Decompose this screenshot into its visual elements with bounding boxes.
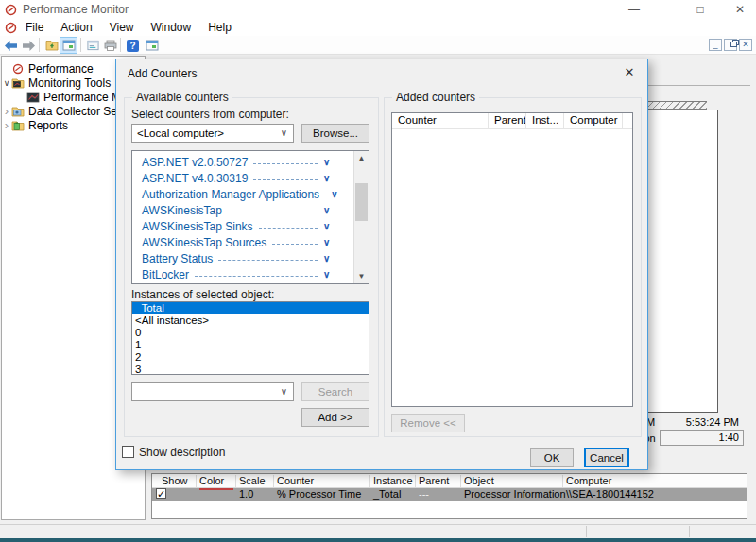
col-show[interactable]: Show bbox=[162, 475, 188, 486]
title-bar: Performance Monitor — □ ✕ bbox=[0, 0, 756, 19]
show-description-checkbox[interactable] bbox=[122, 446, 134, 458]
added-counters-header: Counter Parent Inst... Computer bbox=[392, 113, 632, 129]
mdi-close-button[interactable]: ✕ bbox=[739, 39, 752, 51]
counter-item[interactable]: ASP.NET v4.0.30319∨ bbox=[132, 170, 369, 186]
computer-combobox[interactable]: <Local computer> ∨ bbox=[131, 124, 294, 143]
chevron-down-icon[interactable]: ∨ bbox=[281, 386, 287, 397]
chevron-collapsed-icon[interactable]: › bbox=[2, 121, 11, 130]
window-icon bbox=[146, 40, 159, 51]
counter-item[interactable]: Battery Status∨ bbox=[132, 250, 369, 266]
show-console-tree-button[interactable] bbox=[60, 37, 77, 54]
instances-list[interactable]: _Total <All instances> 0 1 2 3 bbox=[131, 301, 369, 375]
console-window-icon bbox=[62, 40, 76, 51]
instance-item-0[interactable]: 0 bbox=[132, 327, 369, 339]
col-instance[interactable]: Inst... bbox=[526, 113, 564, 128]
cell-instance: _Total bbox=[373, 488, 401, 500]
counter-item[interactable]: ASP.NET v2.0.50727∨ bbox=[132, 154, 369, 170]
instance-item-all[interactable]: <All instances> bbox=[132, 314, 369, 327]
show-checkbox[interactable]: ✓ bbox=[156, 488, 166, 499]
help-icon: ? bbox=[127, 40, 139, 52]
console-icon bbox=[5, 22, 17, 34]
col-instance[interactable]: Instance bbox=[373, 475, 413, 486]
minimize-button[interactable]: — bbox=[618, 0, 650, 19]
remove-button[interactable]: Remove << bbox=[391, 414, 465, 432]
monitoring-tools-folder-icon bbox=[11, 77, 25, 89]
browse-button-label: Browse... bbox=[313, 127, 358, 139]
instance-item-2[interactable]: 2 bbox=[132, 351, 369, 364]
legend-row-processor-time[interactable]: ✓ 1.0 % Processor Time _Total --- Proces… bbox=[152, 488, 747, 501]
menu-view[interactable]: View bbox=[101, 21, 143, 34]
scrollbar-thumb[interactable] bbox=[355, 183, 368, 221]
menu-bar: File Action View Window Help bbox=[0, 19, 756, 36]
col-parent[interactable]: Parent bbox=[419, 475, 449, 486]
chevron-expanded-icon[interactable]: ∨ bbox=[2, 78, 11, 88]
dialog-title: Add Counters bbox=[128, 67, 197, 80]
col-scale[interactable]: Scale bbox=[239, 475, 266, 486]
chevron-down-icon[interactable]: ∨ bbox=[323, 253, 333, 263]
browse-button[interactable]: Browse... bbox=[301, 124, 369, 143]
chevron-down-icon[interactable]: ∨ bbox=[323, 205, 333, 215]
chevron-down-icon[interactable]: ∨ bbox=[323, 157, 333, 167]
mdi-restore-button[interactable] bbox=[724, 39, 737, 51]
show-description-label: Show description bbox=[139, 446, 225, 459]
toolbar-separator bbox=[39, 38, 40, 52]
col-counter[interactable]: Counter bbox=[277, 475, 314, 486]
maximize-button[interactable]: □ bbox=[684, 0, 716, 19]
counter-name: AWSKinesisTap Sources bbox=[142, 236, 266, 249]
close-button[interactable]: ✕ bbox=[724, 0, 756, 19]
folder-up-icon bbox=[45, 40, 59, 51]
counter-item[interactable]: Authorization Manager Applications∨ bbox=[132, 186, 369, 202]
instance-item-total[interactable]: _Total bbox=[132, 302, 369, 314]
col-computer[interactable]: Computer bbox=[564, 113, 623, 128]
export-button[interactable] bbox=[43, 37, 60, 54]
added-counters-listview[interactable]: Counter Parent Inst... Computer bbox=[391, 112, 633, 407]
print-button[interactable] bbox=[101, 37, 119, 54]
col-computer[interactable]: Computer bbox=[566, 475, 611, 486]
chevron-down-icon[interactable]: ∨ bbox=[281, 127, 287, 138]
counters-list[interactable]: ASP.NET v2.0.50727∨ ASP.NET v4.0.30319∨ … bbox=[131, 150, 369, 284]
header-separator bbox=[196, 475, 197, 487]
col-color[interactable]: Color bbox=[199, 475, 224, 486]
menu-file[interactable]: File bbox=[17, 21, 52, 34]
col-parent[interactable]: Parent bbox=[489, 113, 526, 128]
toolbar-separator bbox=[80, 38, 81, 52]
counter-item[interactable]: AWSKinesisTap Sources∨ bbox=[132, 234, 369, 250]
cancel-button[interactable]: Cancel bbox=[584, 448, 629, 467]
chevron-down-icon[interactable]: ∨ bbox=[323, 237, 333, 247]
chevron-collapsed-icon[interactable]: › bbox=[2, 107, 11, 116]
counters-scrollbar[interactable]: ▲ ▼ bbox=[353, 151, 369, 283]
chevron-down-icon[interactable]: ∨ bbox=[331, 189, 337, 199]
add-button[interactable]: Add >> bbox=[301, 408, 369, 427]
chevron-down-icon[interactable]: ∨ bbox=[323, 221, 333, 231]
scroll-up-icon[interactable]: ▲ bbox=[354, 151, 369, 165]
tree-item-label: Performance bbox=[28, 62, 94, 76]
scroll-down-icon[interactable]: ▼ bbox=[354, 269, 369, 283]
col-object[interactable]: Object bbox=[464, 475, 494, 486]
instance-filter-combobox[interactable]: ∨ bbox=[131, 382, 294, 401]
chevron-down-icon[interactable]: ∨ bbox=[323, 173, 333, 183]
chevron-down-icon[interactable]: ∨ bbox=[323, 269, 333, 279]
menu-window[interactable]: Window bbox=[143, 21, 200, 34]
menu-help[interactable]: Help bbox=[199, 21, 240, 34]
counter-item[interactable]: BitLocker∨ bbox=[132, 266, 369, 282]
back-button[interactable] bbox=[2, 37, 20, 54]
menu-action[interactable]: Action bbox=[52, 21, 100, 34]
ok-button[interactable]: OK bbox=[530, 448, 574, 467]
counter-item[interactable]: AWSKinesisTap∨ bbox=[132, 202, 369, 218]
col-counter[interactable]: Counter bbox=[392, 113, 489, 128]
leader-line bbox=[259, 228, 318, 229]
dialog-close-button[interactable]: ✕ bbox=[619, 64, 640, 81]
mdi-minimize-button[interactable]: _ bbox=[709, 39, 722, 51]
instance-item-3[interactable]: 3 bbox=[132, 364, 369, 375]
search-button[interactable]: Search bbox=[301, 382, 369, 401]
duration-value: 1:40 bbox=[719, 432, 739, 443]
instance-item-1[interactable]: 1 bbox=[132, 339, 369, 351]
new-window-button[interactable] bbox=[143, 37, 161, 54]
leader-line bbox=[195, 276, 318, 277]
data-collector-sets-folder-icon bbox=[11, 106, 25, 117]
forward-button[interactable] bbox=[20, 37, 38, 54]
counter-item[interactable]: AWSKinesisTap Sinks∨ bbox=[132, 218, 369, 234]
properties-button[interactable] bbox=[84, 37, 102, 54]
time-axis-label-end: 5:53:24 PM bbox=[662, 416, 739, 428]
help-button[interactable]: ? bbox=[124, 37, 142, 54]
